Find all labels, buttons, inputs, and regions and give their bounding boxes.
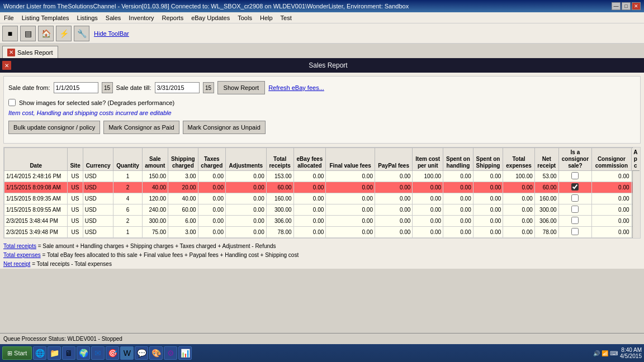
show-images-label: Show images for selected sale? (Degrades… [19, 99, 174, 106]
minimize-button[interactable]: — [612, 2, 621, 10]
content-area: ✕ Sales Report Sale date from: 15 Sale d… [0, 58, 644, 269]
from-date-input[interactable] [54, 82, 98, 93]
mark-unpaid-button[interactable]: Mark Consignor as Unpaid [183, 121, 266, 134]
title-bar: Wonder Lister from TheSolutionsChannel -… [0, 0, 644, 12]
report-close-button[interactable]: ✕ [2, 61, 11, 70]
menu-listings[interactable]: Listings [75, 14, 100, 22]
table-row[interactable]: 1/15/2015 8:09:55 AMUSUSD6240.0060.000.0… [4, 204, 640, 216]
formula-line-1: Total receipts = Sale amount + Handling … [3, 242, 641, 251]
toolbar-btn-3[interactable]: 🏠 [38, 26, 54, 41]
from-label: Sale date from: [8, 84, 50, 91]
table-row[interactable]: 1/15/2015 8:09:08 AMUSUSD240.0020.000.00… [4, 182, 640, 193]
menu-listing-templates[interactable]: Listing Templates [20, 14, 71, 22]
total-expenses-link[interactable]: Total expenses [3, 252, 41, 258]
net-receipt-link[interactable]: Net receipt [3, 261, 30, 267]
window-title: Wonder Lister from TheSolutionsChannel -… [3, 3, 409, 9]
window-controls[interactable]: — □ ✕ [612, 2, 641, 10]
col-currency: Currency [83, 148, 113, 171]
editable-note: Item cost, Handling and shipping costs i… [8, 109, 636, 116]
col-quantity: Quantity [113, 148, 142, 171]
col-item-cost: Item costper unit [413, 148, 443, 171]
action-buttons: Bulk update consignor / policy Mark Cons… [8, 121, 636, 134]
total-receipts-link[interactable]: Total receipts [3, 243, 36, 249]
till-label: Sale date till: [116, 84, 151, 91]
bulk-update-button[interactable]: Bulk update consignor / policy [8, 121, 100, 134]
col-shipping-charged: Shippingcharged [168, 148, 198, 171]
report-header-bar: ✕ Sales Report [0, 58, 644, 73]
menu-help[interactable]: Help [258, 14, 274, 22]
formula-3-text: = Total receipts - Total expenses [32, 261, 112, 267]
tab-bar: ✕ Sales Report [0, 44, 644, 58]
col-extra: Apc [631, 148, 640, 171]
toolbar-btn-2[interactable]: ▤ [20, 26, 36, 41]
refresh-ebay-fees-link[interactable]: Refresh eBay fees... [268, 84, 324, 91]
table-row[interactable]: 2/3/2015 3:48:44 PMUSUSD2300.006.000.000… [4, 216, 640, 227]
col-paypal-fees: PayPal fees [375, 148, 412, 171]
show-report-button[interactable]: Show Report [217, 81, 266, 94]
col-total-expenses: Totalexpenses [503, 148, 535, 171]
col-date: Date [4, 148, 68, 171]
table-row[interactable]: 2/3/2015 3:49:48 PMUSUSD175.003.000.000.… [4, 227, 640, 238]
sales-table: Date Site Currency Quantity Saleamount S… [4, 147, 640, 238]
mark-paid-button[interactable]: Mark Consignor as Paid [103, 121, 179, 134]
date-row: Sale date from: 15 Sale date till: 15 Sh… [8, 81, 636, 94]
menu-file[interactable]: File [2, 14, 16, 22]
table-row[interactable]: 1/14/2015 2:48:16 PMUSUSD1150.003.000.00… [4, 171, 640, 182]
tab-close-button[interactable]: ✕ [7, 49, 15, 56]
toolbar-btn-5[interactable]: 🔧 [74, 26, 89, 41]
menu-reports[interactable]: Reports [160, 14, 186, 22]
formula-1-text: = Sale amount + Handling charges + Shipp… [38, 243, 276, 249]
toolbar: ■ ▤ 🏠 ⚡ 🔧 Hide ToolBar [0, 23, 644, 44]
data-table-container[interactable]: Date Site Currency Quantity Saleamount S… [3, 147, 641, 239]
col-consignor-commission: Consignorcommission [592, 148, 631, 171]
col-spent-shipping: Spent onShipping [473, 148, 503, 171]
till-calendar-button[interactable]: 15 [203, 82, 214, 93]
hide-toolbar-link[interactable]: Hide ToolBar [94, 30, 129, 37]
col-sale-amount: Saleamount [142, 148, 168, 171]
tab-sales-report[interactable]: ✕ Sales Report [2, 46, 58, 58]
menu-test[interactable]: Test [279, 14, 293, 22]
menu-ebay-updates[interactable]: eBay Updates [190, 14, 231, 22]
show-images-checkbox[interactable] [8, 99, 16, 106]
maximize-button[interactable]: □ [622, 2, 631, 10]
footer-formulas: Total receipts = Sale amount + Handling … [3, 242, 641, 269]
col-final-value-fees: Final value fees [326, 148, 375, 171]
col-net-receipt: Netreceipt [534, 148, 558, 171]
menu-tools[interactable]: Tools [236, 14, 254, 22]
from-calendar-button[interactable]: 15 [102, 82, 113, 93]
col-consignor-sale: Is aconsignorsale? [558, 148, 592, 171]
formula-2-text: = Total eBay fees allocated to this sale… [42, 252, 299, 258]
report-title: Sales Report [15, 61, 642, 69]
toolbar-btn-4[interactable]: ⚡ [56, 26, 72, 41]
col-adjustments: Adjustments [226, 148, 267, 171]
close-button[interactable]: ✕ [632, 2, 641, 10]
col-total-receipts: Totalreceipts [266, 148, 293, 171]
formula-line-3: Net receipt = Total receipts - Total exp… [3, 260, 641, 269]
col-site: Site [68, 148, 83, 171]
col-spent-handling: Spent onhandling [443, 148, 473, 171]
controls-area: Sale date from: 15 Sale date till: 15 Sh… [3, 76, 641, 144]
toolbar-btn-1[interactable]: ■ [2, 26, 18, 41]
formula-line-2: Total expenses = Total eBay fees allocat… [3, 251, 641, 260]
col-ebay-allocated: eBay feesallocated [293, 148, 326, 171]
col-taxes-charged: Taxescharged [198, 148, 225, 171]
menu-bar: File Listing Templates Listings Sales In… [0, 12, 644, 23]
till-date-input[interactable] [155, 82, 200, 93]
menu-inventory[interactable]: Inventory [127, 14, 155, 22]
tab-label: Sales Report [17, 49, 53, 56]
show-images-row: Show images for selected sale? (Degrades… [8, 99, 636, 106]
menu-sales[interactable]: Sales [104, 14, 123, 22]
table-row[interactable]: 1/15/2015 8:09:35 AMUSUSD4120.0040.000.0… [4, 193, 640, 204]
